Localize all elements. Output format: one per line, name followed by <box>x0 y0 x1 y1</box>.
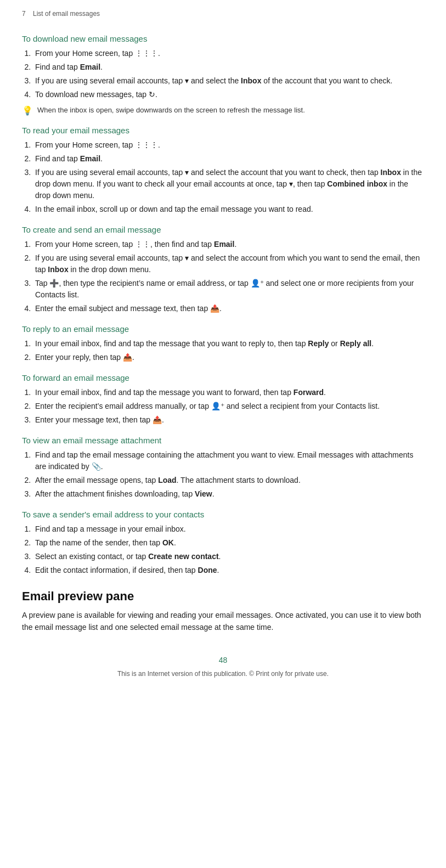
section-title-reply: To reply to an email message <box>22 324 424 334</box>
step-item: Find and tap Email. <box>33 61 424 73</box>
email-preview-text: A preview pane is available for viewing … <box>22 609 424 634</box>
steps-list-forward: In your email inbox, find and tap the me… <box>33 387 424 426</box>
section-reply: To reply to an email messageIn your emai… <box>22 324 424 363</box>
footer-footnote: This is an Internet version of this publ… <box>22 670 424 678</box>
section-title-read: To read your email messages <box>22 126 424 135</box>
section-title-save-sender: To save a sender's email address to your… <box>22 510 424 519</box>
step-item: From your Home screen, tap ⋮⋮, then find… <box>33 239 424 250</box>
step-item: Tap the name of the sender, then tap OK. <box>33 537 424 549</box>
step-item: Tap ➕, then type the recipient’s name or… <box>33 278 424 301</box>
section-forward: To forward an email messageIn your email… <box>22 373 424 426</box>
section-title-attachment: To view an email message attachment <box>22 436 424 445</box>
step-item: In your email inbox, find and tap the me… <box>33 338 424 350</box>
step-item: In your email inbox, find and tap the me… <box>33 387 424 398</box>
section-save-sender: To save a sender's email address to your… <box>22 510 424 576</box>
steps-list-attachment: Find and tap the email message containin… <box>33 449 424 500</box>
step-item: Enter the email subject and message text… <box>33 303 424 314</box>
steps-list-download: From your Home screen, tap ⋮⋮⋮.Find and … <box>33 48 424 100</box>
step-item: To download new messages, tap ↻. <box>33 89 424 100</box>
steps-list-create: From your Home screen, tap ⋮⋮, then find… <box>33 239 424 314</box>
step-item: After the attachment finishes downloadin… <box>33 488 424 500</box>
step-item: From your Home screen, tap ⋮⋮⋮. <box>33 139 424 151</box>
step-item: Enter your message text, then tap 📤. <box>33 414 424 426</box>
section-title-forward: To forward an email message <box>22 373 424 382</box>
tip-text: When the inbox is open, swipe downwards … <box>37 105 305 116</box>
step-item: From your Home screen, tap ⋮⋮⋮. <box>33 48 424 59</box>
steps-list-reply: In your email inbox, find and tap the me… <box>33 338 424 363</box>
section-title-create: To create and send an email message <box>22 225 424 234</box>
page-number: 48 <box>22 656 424 664</box>
email-preview-section: Email preview pane A preview pane is ava… <box>22 589 424 634</box>
tip-icon: 💡 <box>22 105 33 116</box>
step-item: In the email inbox, scroll up or down an… <box>33 204 424 215</box>
steps-list-save-sender: Find and tap a message in your email inb… <box>33 523 424 576</box>
header-title: List of email messages <box>33 10 100 18</box>
steps-list-read: From your Home screen, tap ⋮⋮⋮.Find and … <box>33 139 424 215</box>
step-item: Enter the recipient’s email address manu… <box>33 401 424 412</box>
step-item: If you are using several email accounts,… <box>33 252 424 275</box>
section-download: To download new email messagesFrom your … <box>22 34 424 116</box>
step-item: Find and tap Email. <box>33 153 424 165</box>
step-item: Find and tap the email message containin… <box>33 449 424 472</box>
step-item: If you are using several email accounts,… <box>33 75 424 87</box>
step-item: Select an existing contact, or tap Creat… <box>33 551 424 562</box>
step-item: Enter your reply, then tap 📤. <box>33 352 424 363</box>
tip-box: 💡When the inbox is open, swipe downwards… <box>22 105 424 116</box>
section-title-download: To download new email messages <box>22 34 424 43</box>
email-preview-title: Email preview pane <box>22 589 424 604</box>
header-bar: 7 List of email messages <box>22 5 424 24</box>
step-item: If you are using several email accounts,… <box>33 167 424 201</box>
section-attachment: To view an email message attachmentFind … <box>22 436 424 500</box>
step-item: After the email message opens, tap Load.… <box>33 475 424 486</box>
step-item: Edit the contact information, if desired… <box>33 565 424 576</box>
step-item: Find and tap a message in your email inb… <box>33 523 424 535</box>
header-page-num: 7 <box>22 10 26 18</box>
section-read: To read your email messagesFrom your Hom… <box>22 126 424 215</box>
sections-container: To download new email messagesFrom your … <box>22 34 424 576</box>
section-create: To create and send an email messageFrom … <box>22 225 424 314</box>
